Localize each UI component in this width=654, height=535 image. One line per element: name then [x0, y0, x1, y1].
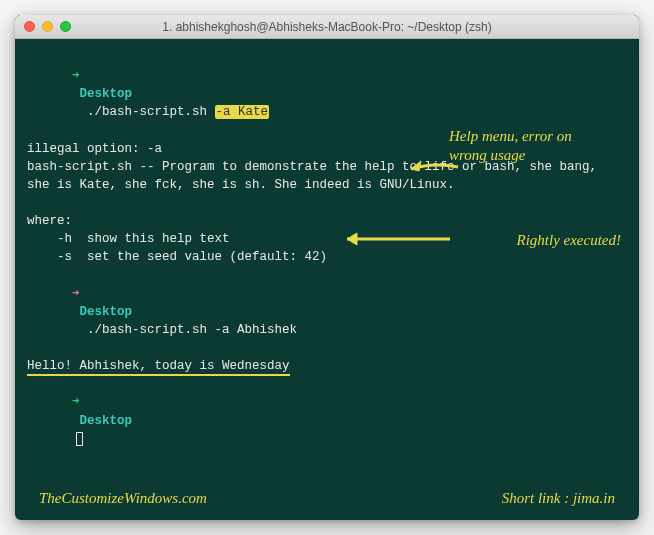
underlined-output: Hello! Abhishek, today is Wednesday: [27, 359, 290, 376]
command-text: ./bash-script.sh -a Abhishek: [87, 323, 297, 337]
footer: TheCustomizeWindows.com Short link : jim…: [15, 488, 639, 510]
output-where: where:: [27, 212, 627, 230]
blank-line: [27, 194, 627, 212]
cursor-icon: [76, 432, 83, 446]
prompt-location: Desktop: [80, 87, 133, 101]
command-text: ./bash-script.sh: [87, 105, 215, 119]
prompt-line-3: ➜ Desktop: [27, 375, 627, 466]
window-title: 1. abhishekghosh@Abhisheks-MacBook-Pro: …: [23, 20, 631, 34]
close-icon[interactable]: [24, 21, 35, 32]
highlighted-arg: -a Kate: [215, 105, 270, 119]
annotation-arrow-icon: [403, 157, 463, 187]
prompt-location: Desktop: [80, 305, 133, 319]
prompt-arrow-icon: ➜: [72, 287, 80, 301]
output-hello: Hello! Abhishek, today is Wednesday: [27, 357, 627, 375]
annotation-arrow-icon: [335, 229, 455, 249]
maximize-icon[interactable]: [60, 21, 71, 32]
prompt-arrow-icon: ➜: [72, 69, 80, 83]
window-controls: [24, 21, 71, 32]
minimize-icon[interactable]: [42, 21, 53, 32]
output-opt-s: -s set the seed value (default: 42): [27, 248, 627, 266]
titlebar[interactable]: 1. abhishekghosh@Abhisheks-MacBook-Pro: …: [15, 15, 639, 39]
terminal-window: 1. abhishekghosh@Abhisheks-MacBook-Pro: …: [15, 15, 639, 520]
annotation-help: Help menu, error on wrong usage: [449, 127, 609, 165]
prompt-location: Desktop: [80, 414, 133, 428]
terminal-body[interactable]: ➜ Desktop ./bash-script.sh -a Kate illeg…: [15, 39, 639, 520]
prompt-line-2: ➜ Desktop ./bash-script.sh -a Abhishek: [27, 267, 627, 358]
footer-shortlink: Short link : jima.in: [502, 488, 615, 510]
prompt-arrow-icon: ➜: [72, 395, 80, 409]
footer-site: TheCustomizeWindows.com: [39, 488, 207, 510]
annotation-right: Rightly executed!: [516, 231, 621, 250]
